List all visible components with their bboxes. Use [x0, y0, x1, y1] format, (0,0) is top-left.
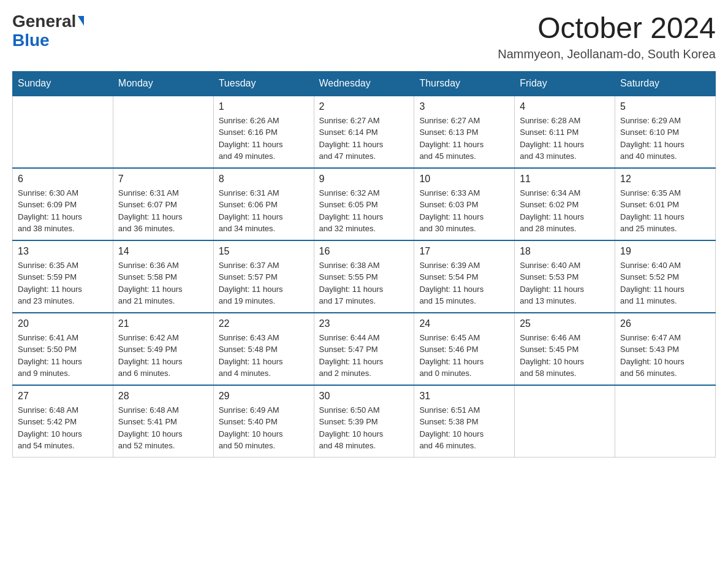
calendar-week-4: 20Sunrise: 6:41 AMSunset: 5:50 PMDayligh…: [13, 313, 716, 385]
calendar-cell: 11Sunrise: 6:34 AMSunset: 6:02 PMDayligh…: [515, 168, 615, 240]
day-info: Sunrise: 6:27 AMSunset: 6:14 PMDaylight:…: [319, 115, 409, 163]
logo-general: General: [12, 12, 76, 31]
calendar-cell: 10Sunrise: 6:33 AMSunset: 6:03 PMDayligh…: [414, 168, 515, 240]
day-info: Sunrise: 6:32 AMSunset: 6:05 PMDaylight:…: [319, 187, 409, 235]
calendar-cell: 24Sunrise: 6:45 AMSunset: 5:46 PMDayligh…: [414, 313, 515, 385]
day-info: Sunrise: 6:26 AMSunset: 6:16 PMDaylight:…: [219, 115, 309, 163]
calendar-cell: 17Sunrise: 6:39 AMSunset: 5:54 PMDayligh…: [414, 240, 515, 313]
calendar-cell: 22Sunrise: 6:43 AMSunset: 5:48 PMDayligh…: [213, 313, 314, 385]
weekday-header-saturday: Saturday: [615, 71, 716, 96]
calendar-cell: [515, 385, 615, 458]
day-number: 24: [419, 318, 509, 329]
calendar-cell: 15Sunrise: 6:37 AMSunset: 5:57 PMDayligh…: [213, 240, 314, 313]
calendar-cell: 1Sunrise: 6:26 AMSunset: 6:16 PMDaylight…: [213, 96, 314, 168]
calendar-week-3: 13Sunrise: 6:35 AMSunset: 5:59 PMDayligh…: [13, 240, 716, 313]
day-info: Sunrise: 6:40 AMSunset: 5:53 PMDaylight:…: [520, 259, 610, 307]
day-info: Sunrise: 6:51 AMSunset: 5:38 PMDaylight:…: [419, 404, 509, 452]
day-number: 2: [319, 101, 409, 112]
calendar-cell: 16Sunrise: 6:38 AMSunset: 5:55 PMDayligh…: [314, 240, 414, 313]
day-info: Sunrise: 6:48 AMSunset: 5:41 PMDaylight:…: [118, 404, 208, 452]
day-info: Sunrise: 6:31 AMSunset: 6:07 PMDaylight:…: [118, 187, 208, 235]
day-info: Sunrise: 6:27 AMSunset: 6:13 PMDaylight:…: [419, 115, 509, 163]
day-number: 27: [18, 391, 108, 402]
page-title: October 2024: [498, 12, 716, 45]
calendar-cell: 23Sunrise: 6:44 AMSunset: 5:47 PMDayligh…: [314, 313, 414, 385]
day-number: 31: [419, 391, 509, 402]
day-number: 10: [419, 174, 509, 185]
logo-area: General Blue: [12, 12, 84, 50]
calendar-cell: 31Sunrise: 6:51 AMSunset: 5:38 PMDayligh…: [414, 385, 515, 458]
day-info: Sunrise: 6:29 AMSunset: 6:10 PMDaylight:…: [620, 115, 710, 163]
day-info: Sunrise: 6:42 AMSunset: 5:49 PMDaylight:…: [118, 332, 208, 380]
calendar-cell: 12Sunrise: 6:35 AMSunset: 6:01 PMDayligh…: [615, 168, 716, 240]
day-info: Sunrise: 6:49 AMSunset: 5:40 PMDaylight:…: [219, 404, 309, 452]
day-info: Sunrise: 6:38 AMSunset: 5:55 PMDaylight:…: [319, 259, 409, 307]
day-info: Sunrise: 6:35 AMSunset: 5:59 PMDaylight:…: [18, 259, 108, 307]
calendar-cell: [113, 96, 213, 168]
day-number: 25: [520, 318, 610, 329]
weekday-header-tuesday: Tuesday: [213, 71, 314, 96]
day-number: 11: [520, 174, 610, 185]
calendar-cell: 19Sunrise: 6:40 AMSunset: 5:52 PMDayligh…: [615, 240, 716, 313]
weekday-header-thursday: Thursday: [414, 71, 515, 96]
calendar-cell: 21Sunrise: 6:42 AMSunset: 5:49 PMDayligh…: [113, 313, 213, 385]
day-info: Sunrise: 6:45 AMSunset: 5:46 PMDaylight:…: [419, 332, 509, 380]
day-info: Sunrise: 6:41 AMSunset: 5:50 PMDaylight:…: [18, 332, 108, 380]
calendar-cell: 7Sunrise: 6:31 AMSunset: 6:07 PMDaylight…: [113, 168, 213, 240]
day-number: 7: [118, 174, 208, 185]
logo: General Blue: [12, 12, 84, 50]
day-number: 30: [319, 391, 409, 402]
day-info: Sunrise: 6:28 AMSunset: 6:11 PMDaylight:…: [520, 115, 610, 163]
day-info: Sunrise: 6:43 AMSunset: 5:48 PMDaylight:…: [219, 332, 309, 380]
page-subtitle: Nammyeon, Jeollanam-do, South Korea: [498, 47, 716, 61]
day-number: 15: [219, 246, 309, 257]
day-info: Sunrise: 6:36 AMSunset: 5:58 PMDaylight:…: [118, 259, 208, 307]
day-number: 26: [620, 318, 710, 329]
day-info: Sunrise: 6:33 AMSunset: 6:03 PMDaylight:…: [419, 187, 509, 235]
calendar-cell: 29Sunrise: 6:49 AMSunset: 5:40 PMDayligh…: [213, 385, 314, 458]
calendar-cell: 30Sunrise: 6:50 AMSunset: 5:39 PMDayligh…: [314, 385, 414, 458]
day-number: 29: [219, 391, 309, 402]
weekday-header-monday: Monday: [113, 71, 213, 96]
calendar-cell: 8Sunrise: 6:31 AMSunset: 6:06 PMDaylight…: [213, 168, 314, 240]
calendar-cell: 26Sunrise: 6:47 AMSunset: 5:43 PMDayligh…: [615, 313, 716, 385]
logo-triangle-icon: [78, 16, 84, 26]
calendar-cell: 18Sunrise: 6:40 AMSunset: 5:53 PMDayligh…: [515, 240, 615, 313]
header-area: General Blue October 2024 Nammyeon, Jeol…: [12, 12, 716, 61]
day-number: 17: [419, 246, 509, 257]
calendar-cell: [615, 385, 716, 458]
calendar-cell: 27Sunrise: 6:48 AMSunset: 5:42 PMDayligh…: [13, 385, 113, 458]
day-info: Sunrise: 6:30 AMSunset: 6:09 PMDaylight:…: [18, 187, 108, 235]
day-info: Sunrise: 6:48 AMSunset: 5:42 PMDaylight:…: [18, 404, 108, 452]
calendar-cell: 20Sunrise: 6:41 AMSunset: 5:50 PMDayligh…: [13, 313, 113, 385]
calendar-cell: 9Sunrise: 6:32 AMSunset: 6:05 PMDaylight…: [314, 168, 414, 240]
day-number: 16: [319, 246, 409, 257]
day-number: 18: [520, 246, 610, 257]
day-number: 20: [18, 318, 108, 329]
day-number: 21: [118, 318, 208, 329]
calendar-cell: 2Sunrise: 6:27 AMSunset: 6:14 PMDaylight…: [314, 96, 414, 168]
day-number: 9: [319, 174, 409, 185]
day-info: Sunrise: 6:39 AMSunset: 5:54 PMDaylight:…: [419, 259, 509, 307]
calendar-week-1: 1Sunrise: 6:26 AMSunset: 6:16 PMDaylight…: [13, 96, 716, 168]
day-number: 13: [18, 246, 108, 257]
day-info: Sunrise: 6:34 AMSunset: 6:02 PMDaylight:…: [520, 187, 610, 235]
day-number: 1: [219, 101, 309, 112]
day-number: 4: [520, 101, 610, 112]
day-number: 28: [118, 391, 208, 402]
day-number: 12: [620, 174, 710, 185]
day-info: Sunrise: 6:35 AMSunset: 6:01 PMDaylight:…: [620, 187, 710, 235]
day-number: 8: [219, 174, 309, 185]
day-info: Sunrise: 6:47 AMSunset: 5:43 PMDaylight:…: [620, 332, 710, 380]
calendar-table: SundayMondayTuesdayWednesdayThursdayFrid…: [12, 71, 716, 458]
day-info: Sunrise: 6:40 AMSunset: 5:52 PMDaylight:…: [620, 259, 710, 307]
calendar-week-5: 27Sunrise: 6:48 AMSunset: 5:42 PMDayligh…: [13, 385, 716, 458]
calendar-cell: 13Sunrise: 6:35 AMSunset: 5:59 PMDayligh…: [13, 240, 113, 313]
day-number: 19: [620, 246, 710, 257]
day-number: 3: [419, 101, 509, 112]
day-number: 22: [219, 318, 309, 329]
calendar-cell: [13, 96, 113, 168]
day-number: 14: [118, 246, 208, 257]
calendar-cell: 28Sunrise: 6:48 AMSunset: 5:41 PMDayligh…: [113, 385, 213, 458]
weekday-header-row: SundayMondayTuesdayWednesdayThursdayFrid…: [13, 71, 716, 96]
